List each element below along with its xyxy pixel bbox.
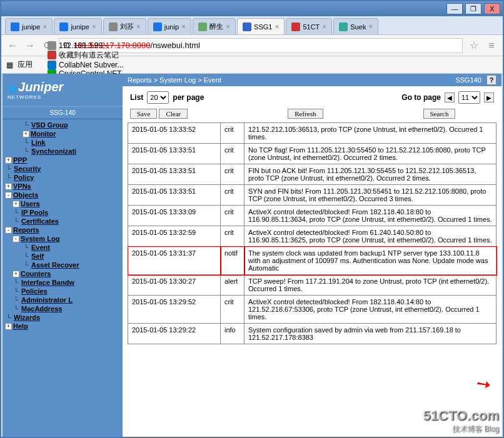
expand-icon[interactable]: + (5, 183, 12, 190)
nav-item-security[interactable]: └Security (3, 164, 123, 173)
page-select[interactable]: 11 (458, 91, 480, 104)
nav-link[interactable]: Reports (13, 226, 39, 234)
nav-item-reports[interactable]: -Reports (3, 226, 123, 234)
nav-item-self[interactable]: └Self (3, 252, 123, 261)
close-button[interactable]: X (484, 3, 500, 14)
expand-icon[interactable]: + (13, 271, 19, 277)
tab-close-icon[interactable]: × (181, 22, 186, 31)
nav-link[interactable]: PPP (13, 156, 27, 164)
browser-tab-1[interactable]: junipe× (54, 18, 101, 34)
nav-item-synchronizati[interactable]: └Synchronizati (3, 147, 123, 156)
refresh-button[interactable]: Refresh (288, 109, 323, 119)
log-row: 2015-01-05 13:33:51critNo TCP flag! From… (128, 144, 496, 164)
clear-button[interactable]: Clear (159, 109, 188, 119)
nav-item-interface-bandw[interactable]: └Interface Bandw (3, 278, 123, 287)
nav-link[interactable]: VSD Group (31, 121, 68, 129)
nav-link[interactable]: Policies (21, 287, 48, 295)
bookmark-item-1[interactable]: 收藏到有道云笔记 (48, 50, 128, 61)
tab-close-icon[interactable]: × (136, 22, 141, 31)
tab-favicon (153, 22, 162, 31)
tab-close-icon[interactable]: × (322, 22, 326, 31)
expand-icon[interactable]: - (13, 236, 19, 242)
search-button[interactable]: Search (423, 109, 456, 119)
nav-link[interactable]: MacAddress (21, 305, 62, 312)
bookmark-item-2[interactable]: CollabNet Subver... (48, 61, 128, 69)
nav-item-macaddress[interactable]: └MacAddress (3, 304, 123, 313)
nav-link[interactable]: IP Pools (21, 209, 48, 216)
nav-link[interactable]: Wizards (14, 314, 40, 321)
nav-link[interactable]: Counters (21, 270, 51, 277)
browser-tab-6[interactable]: 51CT× (286, 18, 332, 34)
nav-link[interactable]: Policy (14, 174, 34, 181)
browser-tab-0[interactable]: junipe× (5, 18, 53, 34)
nav-link[interactable]: Self (31, 252, 44, 260)
expand-icon[interactable]: + (5, 323, 12, 330)
browser-tab-7[interactable]: Suek× (333, 18, 378, 34)
tab-close-icon[interactable]: × (226, 22, 230, 31)
bookmark-label: CollabNet Subver... (59, 61, 123, 69)
nav-link[interactable]: Users (21, 200, 40, 207)
nav-item-policy[interactable]: └Policy (3, 173, 123, 182)
nav-item-event[interactable]: └Event (3, 243, 123, 252)
nav-item-help[interactable]: +Help (3, 322, 123, 331)
help-icon[interactable]: ? (486, 75, 496, 85)
nav-item-vsd-group[interactable]: └VSD Group (3, 121, 123, 129)
nav-item-monitor[interactable]: +Monitor (3, 129, 123, 138)
perpage-select[interactable]: 20 (147, 91, 169, 104)
browser-tab-4[interactable]: 醉生× (193, 18, 236, 34)
browser-tab-5[interactable]: SSG1× (237, 18, 285, 34)
nav-link[interactable]: Event (31, 244, 50, 251)
nav-item-ip-pools[interactable]: └IP Pools (3, 208, 123, 217)
tab-close-icon[interactable]: × (275, 22, 279, 31)
nav-item-wizards[interactable]: └Wizards (3, 313, 123, 322)
page-prev-button[interactable]: ◀ (445, 92, 455, 102)
nav-item-users[interactable]: +Users (3, 199, 123, 208)
nav-link[interactable]: System Log (21, 235, 59, 242)
tab-close-icon[interactable]: × (368, 22, 373, 31)
bookmark-star-icon[interactable]: ☆ (468, 39, 480, 52)
nav-link[interactable]: Monitor (31, 130, 56, 137)
bookmark-item-0[interactable]: 192.168.3.99 - (48, 41, 128, 50)
nav-item-policies[interactable]: └Policies (3, 287, 123, 296)
nav-item-administrator-l[interactable]: └Administrator L (3, 296, 123, 304)
page-next-button[interactable]: ▶ (484, 92, 494, 102)
expand-icon[interactable]: - (5, 192, 12, 199)
minimize-button[interactable]: — (446, 3, 463, 14)
nav-link[interactable]: Asset Recover (31, 261, 79, 269)
apps-button[interactable]: ▦ 应用 (6, 59, 33, 70)
save-button[interactable]: Save (130, 109, 157, 119)
nav-link[interactable]: Administrator L (21, 296, 73, 304)
tab-label: Suek (350, 23, 366, 31)
nav-link[interactable]: VPNs (13, 182, 31, 190)
log-row: 2015-01-05 13:33:09critActiveX control d… (128, 206, 496, 226)
maximize-button[interactable]: ❐ (465, 3, 481, 14)
menu-icon[interactable]: ≡ (485, 39, 498, 52)
expand-icon[interactable]: - (5, 227, 12, 234)
nav-link[interactable]: Synchronizati (31, 147, 76, 155)
log-timestamp: 2015-01-05 13:32:59 (128, 226, 221, 247)
expand-icon[interactable]: + (23, 131, 29, 137)
expand-icon[interactable]: + (13, 201, 19, 207)
nav-link[interactable]: Interface Bandw (21, 279, 74, 286)
nav-item-ppp[interactable]: +PPP (3, 156, 123, 164)
tab-close-icon[interactable]: × (92, 22, 96, 31)
browser-tab-2[interactable]: 刘苏× (103, 18, 146, 34)
nav-link[interactable]: Objects (13, 191, 38, 199)
nav-item-counters[interactable]: +Counters (3, 269, 123, 278)
nav-link[interactable]: Certificates (21, 217, 59, 225)
forward-button[interactable]: → (24, 39, 36, 52)
nav-item-asset-recover[interactable]: └Asset Recover (3, 261, 123, 269)
nav-item-link[interactable]: └Link (3, 138, 123, 147)
nav-link[interactable]: Security (14, 165, 41, 172)
nav-item-system-log[interactable]: -System Log (3, 234, 123, 243)
tab-close-icon[interactable]: × (43, 22, 47, 31)
nav-item-certificates[interactable]: └Certificates (3, 217, 123, 226)
nav-link[interactable]: Help (13, 322, 28, 330)
nav-link[interactable]: Link (31, 139, 46, 146)
nav-item-vpns[interactable]: +VPNs (3, 182, 123, 191)
nav-item-objects[interactable]: -Objects (3, 191, 123, 199)
tree-branch-icon: └ (23, 252, 30, 260)
back-button[interactable]: ← (6, 39, 19, 52)
browser-tab-3[interactable]: junip× (148, 18, 191, 34)
expand-icon[interactable]: + (5, 157, 12, 164)
